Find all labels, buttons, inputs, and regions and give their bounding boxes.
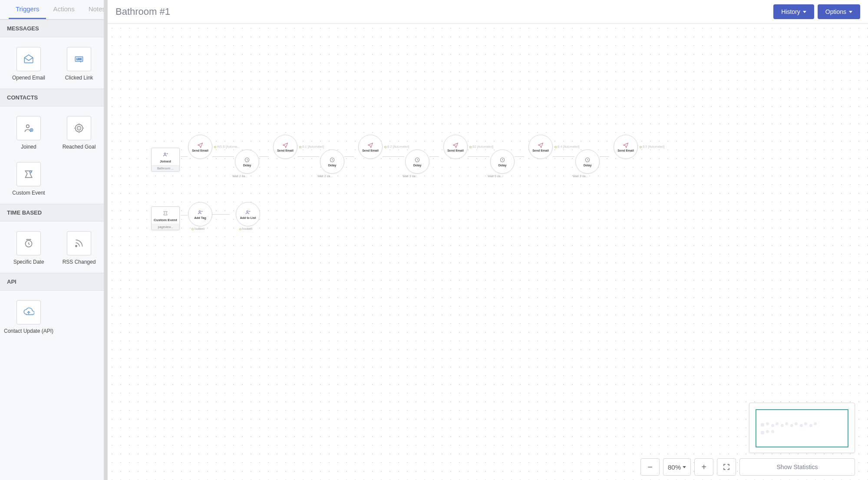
item-label: Joined — [21, 144, 36, 150]
chevron-down-icon — [849, 11, 852, 13]
item-opened-email[interactable]: Opened Email — [16, 47, 42, 81]
svg-point-16 — [199, 210, 201, 212]
node-delay[interactable]: Delay — [575, 149, 600, 174]
sidebar: Triggers Actions Notes MESSAGES Opened E… — [0, 0, 108, 480]
connector — [212, 156, 234, 157]
joined-icon — [17, 116, 41, 140]
node-send-email[interactable]: Send Email — [188, 135, 212, 159]
sidebar-tabs: Triggers Actions Notes — [0, 0, 107, 20]
svg-point-7 — [30, 171, 31, 172]
rss-changed-icon — [67, 231, 91, 255]
svg-point-9 — [76, 245, 77, 247]
node-subtext: Wait 3 da... — [403, 175, 418, 178]
options-button[interactable]: Options — [818, 4, 860, 19]
clicked-link-icon: LINK — [67, 47, 91, 71]
node-subtext: Wait 3 da... — [573, 175, 588, 178]
node-subtext: booked — [239, 227, 252, 230]
topbar: Bathroom #1 History Options — [108, 0, 868, 24]
sidebar-scrollbar[interactable] — [104, 0, 107, 480]
item-label: Custom Event — [12, 190, 45, 196]
node-trigger-joined[interactable]: JoinedBathroom ... — [151, 148, 180, 172]
item-label: Contact Update (API) — [4, 328, 53, 334]
svg-point-6 — [79, 128, 79, 129]
node-badge: WS B [Automa... — [214, 145, 240, 148]
contact-update-icon — [17, 300, 41, 324]
node-badge: B 5 [Automated] — [640, 145, 664, 148]
node-send-email[interactable]: Send Email — [528, 135, 553, 159]
node-badge: B3 [Automated] — [469, 145, 493, 148]
page-title: Bathroom #1 — [116, 6, 770, 17]
connector — [259, 156, 269, 157]
specific-date-icon — [17, 231, 41, 255]
section-body-contacts: Joined Reached Goal Custom Event — [0, 106, 107, 204]
svg-point-2 — [26, 125, 30, 128]
item-label: Clicked Link — [65, 75, 93, 81]
zoom-select[interactable]: 80% — [663, 458, 691, 476]
item-specific-date[interactable]: Specific Date — [16, 231, 42, 265]
svg-point-17 — [247, 210, 248, 212]
node-add-tag[interactable]: Add Tag — [188, 202, 212, 226]
node-delay[interactable]: Delay — [490, 149, 515, 174]
minimap-viewport[interactable] — [756, 409, 848, 447]
item-label: Reached Goal — [63, 144, 96, 150]
node-trigger-custom-event[interactable]: Custom Eventpageview... — [151, 206, 180, 230]
node-delay[interactable]: Delay — [320, 149, 344, 174]
minimap[interactable] — [749, 403, 855, 453]
chevron-down-icon — [683, 466, 686, 468]
zoom-out-button[interactable]: − — [640, 458, 660, 476]
tab-actions[interactable]: Actions — [46, 0, 81, 19]
item-rss-changed[interactable]: RSS Changed — [66, 231, 92, 265]
node-send-email[interactable]: Send Email — [358, 135, 383, 159]
reached-goal-icon — [67, 116, 91, 140]
item-contact-update[interactable]: Contact Update (API) — [16, 300, 42, 334]
connector — [468, 156, 489, 157]
connector — [344, 156, 354, 157]
svg-point-10 — [164, 153, 166, 155]
section-body-api: Contact Update (API) — [0, 291, 107, 342]
item-label: RSS Changed — [63, 259, 96, 265]
connector — [212, 214, 230, 215]
connector — [383, 156, 404, 157]
node-send-email[interactable]: Send Email — [273, 135, 297, 159]
node-subtext: Wait 2 da... — [317, 175, 333, 178]
connector — [181, 215, 188, 215]
connector — [553, 156, 574, 157]
node-delay[interactable]: Delay — [235, 149, 259, 174]
item-clicked-link[interactable]: LINK Clicked Link — [66, 47, 92, 81]
bottom-toolbar: − 80% + Show Statistics — [108, 454, 868, 480]
tab-triggers[interactable]: Triggers — [9, 0, 46, 19]
show-statistics-button[interactable]: Show Statistics — [739, 458, 855, 476]
item-reached-goal[interactable]: Reached Goal — [66, 116, 92, 150]
node-add-to-list[interactable]: Add to List — [236, 202, 260, 226]
connector — [600, 156, 609, 157]
section-header-timebased: TIME BASED — [0, 204, 107, 222]
section-header-api: API — [0, 273, 107, 291]
zoom-in-button[interactable]: + — [694, 458, 713, 476]
section-body-messages: Opened Email LINK Clicked Link — [0, 37, 107, 89]
section-header-contacts: CONTACTS — [0, 89, 107, 106]
node-badge: B 4 [Automated] — [554, 145, 579, 148]
node-badge: B 1 [Automated] — [299, 145, 324, 148]
svg-text:LINK: LINK — [76, 58, 82, 60]
fullscreen-button[interactable] — [717, 458, 736, 476]
custom-event-icon — [17, 162, 41, 186]
workflow-canvas[interactable]: JoinedBathroom ... Send Email WS B [Auto… — [108, 24, 868, 480]
history-button[interactable]: History — [773, 4, 814, 19]
item-custom-event[interactable]: Custom Event — [16, 162, 42, 196]
connector — [297, 156, 319, 157]
node-send-email[interactable]: Send Email — [443, 135, 468, 159]
section-header-messages: MESSAGES — [0, 20, 107, 37]
node-subtext: Wait 2 da... — [232, 175, 248, 178]
connector — [181, 156, 188, 157]
chevron-down-icon — [803, 11, 806, 13]
node-subtext: Wait 3 da... — [488, 175, 503, 178]
connector — [429, 156, 439, 157]
section-body-timebased: Specific Date RSS Changed — [0, 222, 107, 273]
node-send-email[interactable]: Send Email — [614, 135, 638, 159]
node-delay[interactable]: Delay — [405, 149, 429, 174]
item-label: Specific Date — [13, 259, 44, 265]
item-joined[interactable]: Joined — [16, 116, 42, 150]
node-subtext: booked — [191, 227, 205, 230]
item-label: Opened Email — [12, 75, 45, 81]
opened-email-icon — [17, 47, 41, 71]
